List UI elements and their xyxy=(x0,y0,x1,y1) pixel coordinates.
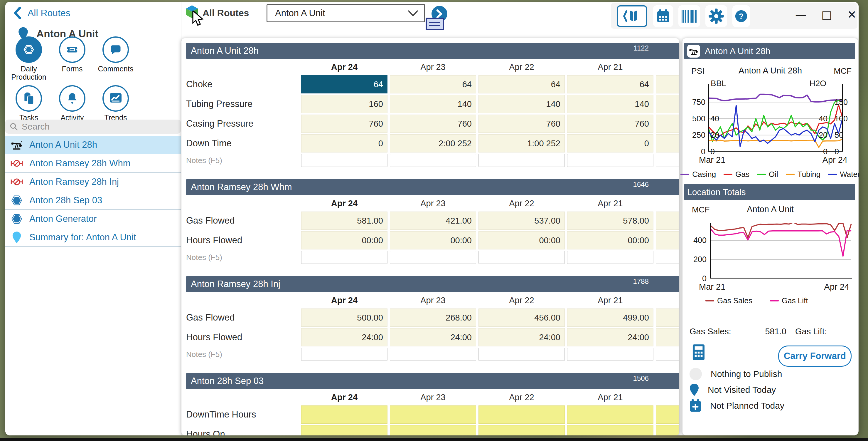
value-cell-cut[interactable] xyxy=(656,211,679,230)
value-cell[interactable]: 0 xyxy=(567,134,653,152)
value-cell[interactable] xyxy=(478,425,565,435)
back-to-all-routes-link[interactable]: All Routes xyxy=(13,7,70,19)
close-button[interactable]: ✕ xyxy=(842,3,859,26)
notes-input[interactable] xyxy=(390,348,476,361)
value-cell-cut[interactable] xyxy=(656,308,679,327)
value-cell[interactable]: 64 xyxy=(301,75,388,93)
notes-input[interactable] xyxy=(656,251,679,264)
route-list-handle[interactable] xyxy=(426,18,444,30)
calendar-button[interactable] xyxy=(653,5,673,27)
legend-label: Gas Sales xyxy=(717,296,752,305)
value-cell[interactable]: 24:00 xyxy=(478,328,565,346)
value-cell[interactable] xyxy=(301,425,388,435)
notes-input[interactable] xyxy=(478,348,565,361)
action-forms[interactable]: Forms xyxy=(51,36,94,81)
minimize-button[interactable]: — xyxy=(790,3,811,26)
search-input[interactable]: Search xyxy=(5,120,181,134)
action-daily-production[interactable]: Daily Production xyxy=(7,36,51,81)
value-cell[interactable]: 00:00 xyxy=(478,231,565,249)
value-cell[interactable]: 00:00 xyxy=(390,231,476,249)
value-cell[interactable]: 578.00 xyxy=(567,211,653,230)
notes-input[interactable] xyxy=(301,348,388,361)
value-cell[interactable]: 537.00 xyxy=(478,211,565,230)
value-cell[interactable]: 00:00 xyxy=(301,231,388,249)
well-item-label: Anton A Unit 28h xyxy=(29,140,97,150)
value-cell[interactable]: 0 xyxy=(301,134,388,152)
value-cell[interactable]: 1:00 252 xyxy=(478,134,565,152)
notes-input[interactable] xyxy=(390,154,476,167)
value-cell[interactable]: 140 xyxy=(390,95,476,113)
notes-input[interactable] xyxy=(390,251,476,264)
action-activity[interactable]: Activity xyxy=(51,85,94,122)
value-cell[interactable]: 499.00 xyxy=(567,308,653,327)
value-cell-cut[interactable] xyxy=(656,115,679,133)
notes-input[interactable] xyxy=(478,154,565,167)
well-list-item[interactable]: Anton Ramsey 28h Inj xyxy=(5,173,181,191)
notes-input[interactable] xyxy=(567,251,653,264)
notes-input[interactable] xyxy=(301,251,388,264)
axis-tick: 40 xyxy=(819,114,828,123)
well-list-item[interactable]: Anton 28h Sep 03 xyxy=(5,191,181,210)
value-cell[interactable]: 760 xyxy=(478,115,565,133)
search-placeholder: Search xyxy=(22,122,50,131)
route-selector-dropdown[interactable]: Anton A Unit xyxy=(267,4,425,22)
value-cell[interactable]: 140 xyxy=(478,95,565,113)
map-view-button[interactable] xyxy=(617,5,647,27)
notes-input[interactable] xyxy=(567,348,653,361)
value-cell-cut[interactable] xyxy=(656,406,679,424)
value-cell-cut[interactable] xyxy=(656,328,679,346)
all-routes-title[interactable]: All Routes xyxy=(203,8,249,19)
well-list-item[interactable]: Summary for: Anton A Unit xyxy=(5,228,181,247)
notes-input[interactable] xyxy=(567,154,653,167)
settings-button[interactable] xyxy=(705,5,727,27)
help-button[interactable]: ? xyxy=(733,5,750,27)
value-cell[interactable]: 760 xyxy=(390,115,476,133)
action-comments[interactable]: Comments xyxy=(94,36,137,81)
notes-row: Notes (F5) xyxy=(186,154,679,167)
action-tasks[interactable]: Tasks xyxy=(7,85,51,122)
value-cell[interactable]: 456.00 xyxy=(478,308,565,327)
value-cell[interactable]: 2:00 252 xyxy=(390,134,476,152)
value-cell[interactable]: 24:00 xyxy=(567,328,653,346)
value-cell[interactable]: 64 xyxy=(390,75,476,93)
value-cell[interactable]: 581.00 xyxy=(301,211,388,230)
value-cell[interactable]: 24:00 xyxy=(301,328,388,346)
notes-input[interactable] xyxy=(656,348,679,361)
value-cell[interactable]: 760 xyxy=(567,115,653,133)
desktop-taskbar-strip xyxy=(0,438,868,441)
value-cell-cut[interactable] xyxy=(656,75,679,93)
notes-input[interactable] xyxy=(301,154,388,167)
value-cell[interactable] xyxy=(567,406,653,424)
value-cell[interactable] xyxy=(567,425,653,435)
value-cell-cut[interactable] xyxy=(656,425,679,435)
value-cell[interactable]: 421.00 xyxy=(390,211,476,230)
value-cell[interactable]: 760 xyxy=(301,115,388,133)
carry-forward-button[interactable]: Carry Forward xyxy=(778,346,851,367)
value-cell[interactable] xyxy=(390,425,476,435)
barcode-scan-button[interactable] xyxy=(678,5,700,27)
value-cell[interactable]: 64 xyxy=(478,75,565,93)
maximize-button[interactable]: □ xyxy=(816,3,837,26)
value-cell[interactable]: 140 xyxy=(567,95,653,113)
notes-input[interactable] xyxy=(656,154,679,167)
value-cell-cut[interactable] xyxy=(656,231,679,249)
action-trends[interactable]: Trends xyxy=(94,85,137,122)
value-cell[interactable]: 160 xyxy=(301,95,388,113)
well-list-item[interactable]: Anton A Unit 28h xyxy=(5,136,181,154)
notes-input[interactable] xyxy=(478,251,565,264)
well-list-item[interactable]: Anton Generator xyxy=(5,210,181,228)
value-cell[interactable] xyxy=(390,406,476,424)
value-cell[interactable]: 500.00 xyxy=(301,308,388,327)
well-list-item[interactable]: Anton Ramsey 28h Whm xyxy=(5,154,181,173)
value-cell[interactable] xyxy=(478,406,565,424)
value-cell[interactable]: 00:00 xyxy=(567,231,653,249)
value-cell[interactable]: 268.00 xyxy=(390,308,476,327)
value-cell[interactable] xyxy=(301,406,388,424)
hexagon-icon xyxy=(10,194,24,207)
value-cell[interactable]: 24:00 xyxy=(390,328,476,346)
value-cell[interactable]: 64 xyxy=(567,75,653,93)
value-cell-cut[interactable] xyxy=(656,134,679,152)
calculator-button[interactable] xyxy=(691,344,707,361)
value-cell-cut[interactable] xyxy=(656,95,679,113)
well-item-label: Anton Ramsey 28h Whm xyxy=(29,158,131,169)
